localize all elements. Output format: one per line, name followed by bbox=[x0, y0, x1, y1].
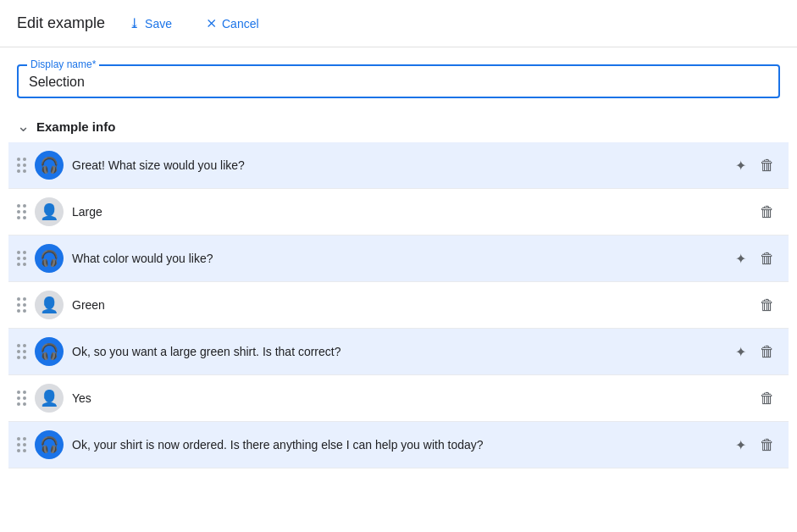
conversation-text: Large bbox=[72, 205, 746, 219]
bot-avatar: 🎧 bbox=[35, 244, 64, 273]
page-title: Edit example bbox=[17, 14, 105, 32]
delete-button[interactable]: 🗑 bbox=[755, 431, 780, 459]
table-row: 👤Yes🗑 bbox=[8, 375, 789, 422]
display-name-section: Display name* bbox=[0, 47, 797, 107]
delete-button[interactable]: 🗑 bbox=[755, 245, 780, 273]
row-actions: ✦🗑 bbox=[730, 431, 780, 459]
drag-handle[interactable] bbox=[17, 391, 26, 406]
table-row: 🎧What color would you like?✦🗑 bbox=[8, 236, 789, 282]
conversation-list: 🎧Great! What size would you like?✦🗑👤Larg… bbox=[0, 142, 797, 468]
row-actions: ✦🗑 bbox=[730, 152, 780, 180]
sparkle-icon: ✦ bbox=[735, 251, 746, 267]
delete-button[interactable]: 🗑 bbox=[755, 338, 780, 366]
delete-icon: 🗑 bbox=[760, 250, 775, 268]
example-info-section[interactable]: ⌄ Example info bbox=[0, 107, 797, 142]
page-header: Edit example ⤓ Save ⨯ Cancel bbox=[0, 0, 797, 47]
cancel-button[interactable]: ⨯ Cancel bbox=[196, 10, 269, 36]
sparkle-icon: ✦ bbox=[735, 437, 746, 453]
delete-button[interactable]: 🗑 bbox=[755, 291, 780, 319]
sparkle-icon: ✦ bbox=[735, 344, 746, 360]
conversation-text: Green bbox=[72, 298, 746, 312]
row-actions: 🗑 bbox=[755, 198, 780, 226]
bot-avatar: 🎧 bbox=[35, 337, 64, 366]
cancel-icon: ⨯ bbox=[206, 15, 217, 31]
table-row: 👤Green🗑 bbox=[8, 282, 789, 329]
drag-handle[interactable] bbox=[17, 251, 26, 266]
drag-handle[interactable] bbox=[17, 158, 26, 173]
drag-handle[interactable] bbox=[17, 437, 26, 452]
user-avatar: 👤 bbox=[35, 197, 64, 226]
drag-handle[interactable] bbox=[17, 344, 26, 359]
table-row: 👤Large🗑 bbox=[8, 189, 789, 236]
conversation-text: Ok, so you want a large green shirt. Is … bbox=[72, 345, 722, 358]
save-label: Save bbox=[145, 17, 172, 30]
drag-handle[interactable] bbox=[17, 204, 26, 219]
sparkle-button[interactable]: ✦ bbox=[730, 339, 751, 365]
delete-button[interactable]: 🗑 bbox=[755, 152, 780, 180]
cancel-label: Cancel bbox=[222, 17, 259, 30]
chevron-down-icon: ⌄ bbox=[17, 117, 30, 136]
delete-icon: 🗑 bbox=[760, 296, 775, 314]
display-name-input[interactable] bbox=[29, 73, 768, 91]
sparkle-button[interactable]: ✦ bbox=[730, 432, 751, 458]
user-avatar: 👤 bbox=[35, 291, 64, 319]
display-name-wrapper: Display name* bbox=[17, 64, 780, 98]
table-row: 🎧Ok, so you want a large green shirt. Is… bbox=[8, 329, 789, 375]
delete-icon: 🗑 bbox=[760, 390, 775, 407]
drag-handle[interactable] bbox=[17, 297, 26, 313]
display-name-label: Display name* bbox=[27, 58, 99, 70]
delete-icon: 🗑 bbox=[760, 157, 775, 175]
row-actions: ✦🗑 bbox=[730, 338, 780, 366]
row-actions: 🗑 bbox=[755, 385, 780, 413]
save-icon: ⤓ bbox=[129, 15, 140, 31]
save-button[interactable]: ⤓ Save bbox=[119, 10, 182, 36]
conversation-text: Yes bbox=[72, 391, 746, 405]
table-row: 🎧Ok, your shirt is now ordered. Is there… bbox=[8, 422, 789, 468]
delete-icon: 🗑 bbox=[760, 343, 775, 361]
bot-avatar: 🎧 bbox=[35, 151, 64, 180]
delete-button[interactable]: 🗑 bbox=[755, 198, 780, 226]
conversation-text: Great! What size would you like? bbox=[72, 158, 722, 172]
sparkle-icon: ✦ bbox=[735, 158, 746, 174]
conversation-text: Ok, your shirt is now ordered. Is there … bbox=[72, 438, 722, 452]
row-actions: 🗑 bbox=[755, 291, 780, 319]
user-avatar: 👤 bbox=[35, 384, 64, 413]
row-actions: ✦🗑 bbox=[730, 245, 780, 273]
example-info-label: Example info bbox=[36, 119, 115, 134]
sparkle-button[interactable]: ✦ bbox=[730, 246, 751, 272]
sparkle-button[interactable]: ✦ bbox=[730, 152, 751, 179]
conversation-text: What color would you like? bbox=[72, 252, 722, 265]
table-row: 🎧Great! What size would you like?✦🗑 bbox=[8, 142, 789, 189]
delete-icon: 🗑 bbox=[760, 436, 775, 454]
delete-button[interactable]: 🗑 bbox=[755, 385, 780, 413]
delete-icon: 🗑 bbox=[760, 203, 775, 221]
bot-avatar: 🎧 bbox=[35, 430, 64, 459]
